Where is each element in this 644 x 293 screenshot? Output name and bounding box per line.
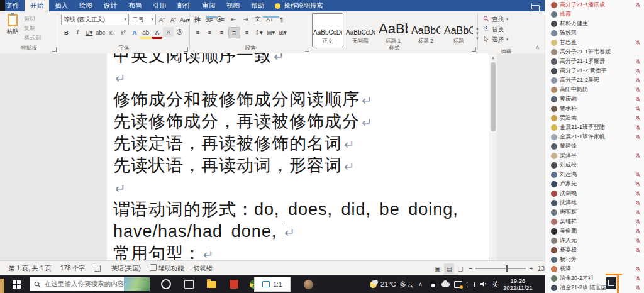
word-count[interactable]: 178 个字 (60, 264, 85, 273)
document-page[interactable]: 中英文阅读顺序一致↵↵修饰成分和被修饰成分阅读顺序↵先读修饰成分，再读被修饰成分… (107, 53, 489, 260)
muted-mic-icon[interactable] (635, 37, 641, 48)
participant-row[interactable]: 高分子21-1潘原成 (545, 0, 644, 9)
zoom-slider-thumb[interactable] (506, 265, 508, 272)
align-right-button[interactable]: ≡ (216, 27, 227, 37)
font-dialog-launcher[interactable] (184, 47, 188, 52)
participant-row[interactable]: 吴俊鹏 (545, 226, 644, 236)
participant-row[interactable]: 高阳中奶奶 (545, 85, 644, 94)
participant-row[interactable]: 贾承科 (545, 104, 644, 113)
cloud-tray-icon[interactable] (441, 280, 450, 289)
zoom-out-button[interactable]: − (469, 265, 472, 272)
participant-row[interactable]: 唐明辉 (545, 207, 644, 217)
underline-button[interactable]: U▾ (84, 27, 94, 37)
device-tray-icon[interactable] (467, 280, 475, 289)
decrease-indent-button[interactable]: ⇤ (228, 14, 239, 24)
collapse-ribbon-icon[interactable]: ∧ (535, 44, 540, 50)
shading-button[interactable]: ▨▾ (265, 27, 276, 37)
subscript-button[interactable]: x₂ (106, 27, 117, 37)
italic-button[interactable]: I (72, 27, 83, 37)
participant-row[interactable]: 梁泽平 (545, 151, 644, 160)
ime-indicator[interactable]: 英 (492, 280, 499, 289)
style-标题 2[interactable]: AaBbC标题 2 (410, 13, 441, 47)
speaker-icon[interactable] (479, 280, 487, 289)
participant-row[interactable]: 黄庆融 (545, 94, 644, 104)
accessibility-status[interactable]: 辅助功能: 一切就绪 (150, 264, 213, 273)
style-正文[interactable]: AaBbCcDc正文 (312, 13, 343, 47)
tab-开始[interactable]: 开始 (25, 0, 49, 11)
participant-row[interactable]: 贾浩南 (545, 113, 644, 123)
proofing-icon[interactable] (94, 265, 103, 272)
zoom-in-button[interactable]: + (529, 265, 533, 272)
numbering-button[interactable]: 1≡ (204, 14, 215, 24)
web-layout-button[interactable]: ▢ (455, 263, 465, 274)
file-explorer-button[interactable] (204, 277, 219, 292)
paragraph-dialog-launcher[interactable] (305, 47, 309, 52)
format-painter-button[interactable]: 格式刷 (24, 34, 41, 42)
action-center-icon[interactable] (531, 5, 540, 13)
align-left-button[interactable]: ≡ (192, 27, 203, 37)
scrollbar-thumb[interactable] (491, 62, 496, 131)
show-marks-button[interactable]: ¶ (276, 14, 287, 24)
change-case-button[interactable]: Aa▾ (179, 14, 191, 25)
participant-row[interactable]: 卢家先 (545, 179, 644, 189)
participant-row[interactable]: 杨宴极 (545, 245, 644, 255)
shrink-font-button[interactable]: Aˇ (168, 14, 179, 25)
participant-row[interactable]: 杨泽 (545, 264, 644, 274)
participant-row[interactable]: 徐霞 (545, 9, 644, 19)
justify-button[interactable]: ≣ (228, 27, 240, 38)
muted-mic-icon[interactable] (635, 282, 641, 293)
bold-button[interactable]: B (61, 27, 72, 37)
style-标题 1[interactable]: AaBb标题 1 (377, 13, 409, 47)
participant-row[interactable]: 刘运鸿 (545, 170, 644, 179)
distribute-button[interactable]: ≡ (242, 27, 252, 37)
enclose-chars-button[interactable]: ⓐ (174, 27, 185, 37)
task-view-button[interactable] (181, 277, 196, 292)
cut-button[interactable]: 剪切 (24, 15, 35, 23)
tab-设计[interactable]: 设计 (98, 0, 123, 11)
participant-row[interactable]: 材料万健生 (545, 19, 644, 28)
page-indicator[interactable]: 第 1 页, 共 1 页 (9, 264, 52, 273)
participant-row[interactable]: 甘思童 (545, 38, 644, 47)
language-indicator[interactable]: 英语(美国) (111, 264, 141, 273)
borders-button[interactable]: ⊞▾ (277, 27, 288, 37)
tab-布局[interactable]: 布局 (123, 0, 147, 11)
notification-icon[interactable] (606, 277, 616, 289)
style-无间隔[interactable]: AaBbCcDc无间隔 (345, 13, 376, 47)
zoom-slider[interactable] (475, 268, 526, 269)
show-hidden-icons[interactable]: ∧ (416, 280, 425, 289)
participant-row[interactable]: 冶金20-2才祖 (545, 274, 644, 283)
taskbar-clock[interactable]: 19:26 2022/11/21 (503, 277, 533, 291)
tab-视图[interactable]: 视图 (221, 0, 245, 11)
app-red-button[interactable] (226, 277, 242, 292)
print-layout-button[interactable]: ▤ (444, 263, 454, 274)
read-mode-button[interactable]: ▣ (433, 263, 443, 274)
styles-dialog-launcher[interactable] (472, 47, 476, 52)
select-button[interactable]: 选择▾ (483, 35, 535, 44)
muted-mic-icon[interactable] (635, 150, 641, 162)
participant-row[interactable]: 高分子21-1班韦春妮 (545, 47, 644, 57)
participant-row[interactable]: 金属21-1班李登陆 (545, 123, 644, 132)
replace-button[interactable]: 替换 (483, 25, 535, 34)
screen-record-tray-icon[interactable] (454, 280, 462, 289)
participant-row[interactable]: 许人元 (545, 236, 644, 245)
clipboard-dialog-launcher[interactable] (52, 47, 57, 52)
muted-mic-icon[interactable] (635, 131, 641, 143)
multilevel-list-button[interactable]: ⁝≡ (216, 14, 227, 24)
highlight-button[interactable]: ab (140, 27, 151, 39)
start-button[interactable] (5, 275, 28, 293)
cortana-button[interactable] (158, 277, 174, 292)
tab-引用[interactable]: 引用 (147, 0, 172, 11)
taskbar-weather[interactable]: 21°C 多云 (370, 275, 414, 293)
tab-绘图[interactable]: 绘图 (74, 0, 98, 11)
participant-row[interactable]: 陈姣琪 (545, 28, 644, 38)
text-effects-button[interactable]: A (129, 27, 140, 37)
participant-row[interactable]: 沈泽雄 (545, 198, 644, 207)
tab-插入[interactable]: 插入 (49, 0, 74, 11)
copy-button[interactable]: 复制 (24, 25, 35, 33)
participant-row[interactable]: 杨巧芳 (545, 255, 644, 264)
app-avatar-button[interactable] (301, 277, 316, 292)
font-size-combo[interactable]: 二号▾ (130, 14, 156, 25)
vertical-scrollbar[interactable]: ▲ (489, 53, 497, 260)
participant-row[interactable]: 冶金21-2班 陆宏国 (545, 283, 644, 292)
tab-邮件[interactable]: 邮件 (172, 0, 196, 11)
